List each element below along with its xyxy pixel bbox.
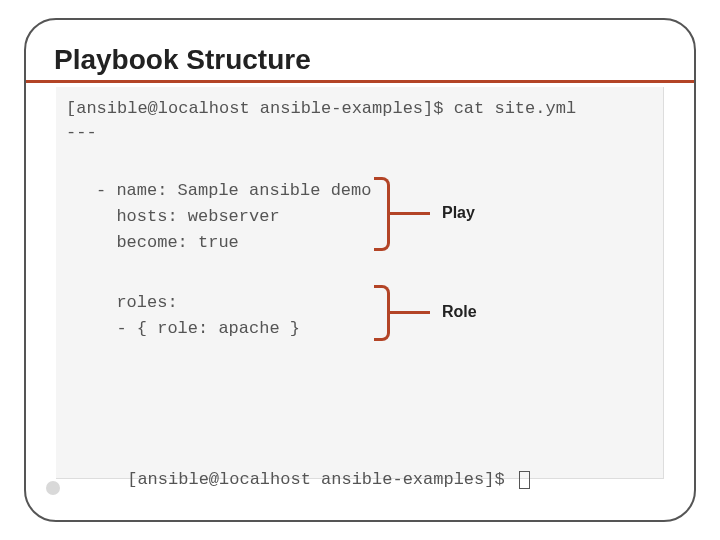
yaml-play-hosts: hosts: webserver xyxy=(96,207,280,226)
slide-frame: Playbook Structure [ansible@localhost an… xyxy=(24,18,696,522)
slide-title: Playbook Structure xyxy=(26,44,694,83)
yaml-roles-header: roles: xyxy=(96,293,178,312)
cursor-icon xyxy=(519,471,530,489)
yaml-roles-item: - { role: apache } xyxy=(96,319,300,338)
yaml-play-name: - name: Sample ansible demo xyxy=(96,181,371,200)
bracket-play-icon xyxy=(374,177,390,251)
bracket-role-icon xyxy=(374,285,390,341)
prompt-line-2: [ansible@localhost ansible-examples]$ xyxy=(66,451,530,508)
prompt-2-text: [ansible@localhost ansible-examples]$ xyxy=(127,470,515,489)
bracket-play-arm-icon xyxy=(390,212,430,215)
content-area: [ansible@localhost ansible-examples]$ ca… xyxy=(26,83,694,509)
annotation-role: Role xyxy=(442,303,477,321)
yaml-dashes: --- xyxy=(66,123,97,142)
annotation-play: Play xyxy=(442,204,475,222)
yaml-play-become: become: true xyxy=(96,233,239,252)
prompt-line-1: [ansible@localhost ansible-examples]$ ca… xyxy=(66,99,576,118)
bracket-role-arm-icon xyxy=(390,311,430,314)
terminal-background xyxy=(56,87,664,479)
corner-dot-icon xyxy=(46,481,60,495)
